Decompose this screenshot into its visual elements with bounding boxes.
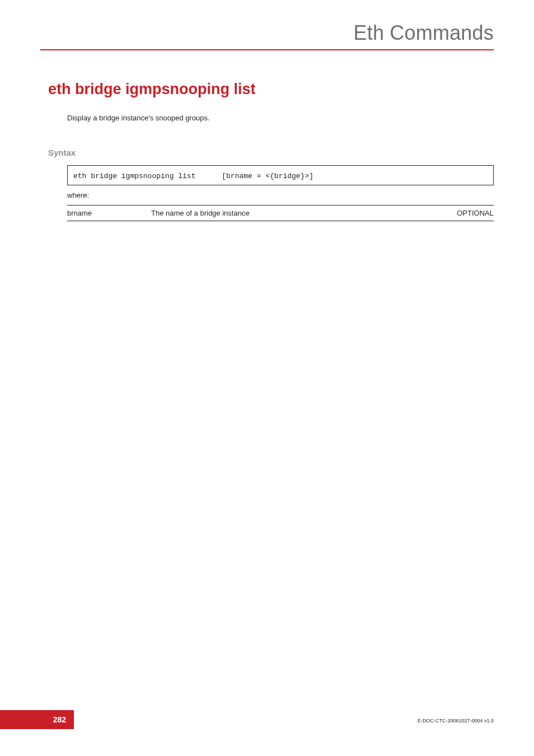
page-header-title: Eth Commands [354,21,494,45]
param-name: brname [67,206,151,221]
footer: 282 E-DOC-CTC-20061027-0004 v1.0 [0,710,534,729]
syntax-label: Syntax [48,148,494,157]
page-container: Eth Commands eth bridge igmpsnooping lis… [0,0,534,756]
param-optionality: OPTIONAL [432,206,494,221]
where-label: where: [67,191,494,199]
command-description: Display a bridge instance's snooped grou… [67,114,494,122]
header-area: Eth Commands [40,21,494,50]
command-title: eth bridge igmpsnooping list [48,81,494,98]
page-number: 282 [53,715,66,724]
table-row: brname The name of a bridge instance OPT… [67,206,494,221]
syntax-box: eth bridge igmpsnooping list [brname = <… [67,165,494,185]
param-table: brname The name of a bridge instance OPT… [67,205,494,221]
footer-bar: 282 [0,710,74,729]
doc-id: E-DOC-CTC-20061027-0004 v1.0 [418,718,494,724]
syntax-code: eth bridge igmpsnooping list [brname = <… [73,172,313,180]
param-description: The name of a bridge instance [151,206,432,221]
